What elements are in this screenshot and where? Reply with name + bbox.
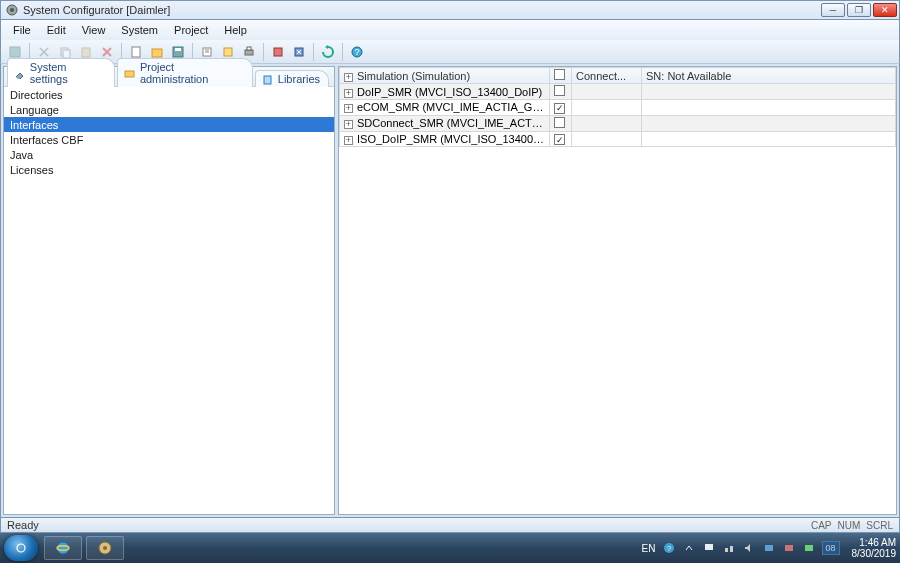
- run-button[interactable]: [268, 42, 288, 62]
- network-icon[interactable]: [722, 541, 736, 555]
- svg-rect-32: [765, 545, 773, 551]
- grid-cell-name: ISO_DoIP_SMR (MVCI_ISO_13400_DoIP_Collec…: [357, 133, 550, 145]
- titlebar: System Configurator [Daimler] ─ ❐ ✕: [0, 0, 900, 20]
- expand-icon[interactable]: +: [344, 89, 353, 98]
- grid-cell-name: SDConnect_SMR (MVCI_IME_ACTIA_GmbH_SDco.…: [357, 117, 550, 129]
- tray-icon[interactable]: [762, 541, 776, 555]
- sidebar-item-directories[interactable]: Directories: [4, 87, 334, 102]
- grid-cell-name: DoIP_SMR (MVCI_ISO_13400_DoIP): [357, 86, 542, 98]
- checkbox[interactable]: ✓: [554, 134, 565, 145]
- app-icon: [5, 3, 19, 17]
- svg-point-1: [10, 8, 14, 12]
- start-button[interactable]: [4, 535, 38, 561]
- expand-icon[interactable]: +: [344, 120, 353, 129]
- svg-rect-20: [125, 71, 134, 77]
- tab-system-settings[interactable]: System settings: [7, 58, 115, 87]
- chevron-up-icon[interactable]: [682, 541, 696, 555]
- svg-rect-14: [245, 50, 253, 55]
- interfaces-grid: +Simulation (Simulation) Connect... SN: …: [339, 67, 896, 147]
- clock-time: 1:46 AM: [852, 537, 897, 548]
- volume-icon[interactable]: [742, 541, 756, 555]
- close-button[interactable]: ✕: [873, 3, 897, 17]
- svg-text:?: ?: [666, 544, 671, 553]
- tab-project-administration[interactable]: Project administration: [117, 58, 253, 87]
- tab-label: Project administration: [140, 61, 244, 85]
- svg-rect-15: [247, 47, 251, 50]
- stop-button[interactable]: [289, 42, 309, 62]
- clock[interactable]: 1:46 AM 8/30/2019: [852, 537, 897, 559]
- svg-rect-29: [705, 544, 713, 550]
- menu-help[interactable]: Help: [216, 22, 255, 38]
- grid-cell-name: Simulation (Simulation): [357, 70, 470, 82]
- tray-icon[interactable]: [782, 541, 796, 555]
- indicator-scrl: SCRL: [866, 520, 893, 531]
- grid-row: +SDConnect_SMR (MVCI_IME_ACTIA_GmbH_SDco…: [340, 115, 896, 131]
- expand-icon[interactable]: +: [344, 73, 353, 82]
- tray-icon[interactable]: [802, 541, 816, 555]
- sidebar-item-interfaces-cbf[interactable]: Interfaces CBF: [4, 132, 334, 147]
- grid-header-connect: Connect...: [572, 68, 642, 84]
- sidebar-item-interfaces[interactable]: Interfaces: [4, 117, 334, 132]
- svg-rect-30: [725, 548, 728, 552]
- wrench-icon: [14, 67, 26, 79]
- menu-view[interactable]: View: [74, 22, 114, 38]
- svg-rect-6: [132, 47, 140, 57]
- taskbar: EN ? 08 1:46 AM 8/30/2019: [0, 533, 900, 563]
- grid-row: +eCOM_SMR (MVCI_IME_ACTIA_GmbH_eCOM) ✓: [340, 100, 896, 116]
- svg-rect-9: [175, 48, 181, 51]
- sidebar-item-java[interactable]: Java: [4, 147, 334, 162]
- expand-icon[interactable]: +: [344, 136, 353, 145]
- tab-label: System settings: [30, 61, 106, 85]
- taskbar-configurator[interactable]: [86, 536, 124, 560]
- taskbar-ie[interactable]: [44, 536, 82, 560]
- system-tray: EN ? 08 1:46 AM 8/30/2019: [642, 537, 896, 559]
- svg-rect-16: [274, 48, 282, 56]
- client-area: System settings Project administration L…: [0, 64, 900, 517]
- tray-day-icon[interactable]: 08: [822, 541, 840, 555]
- checkbox[interactable]: [554, 117, 565, 128]
- svg-rect-4: [63, 50, 70, 58]
- svg-rect-5: [82, 48, 90, 57]
- indicator-cap: CAP: [811, 520, 832, 531]
- left-panel: System settings Project administration L…: [3, 66, 335, 515]
- svg-rect-33: [785, 545, 793, 551]
- svg-rect-2: [10, 47, 20, 57]
- book-icon: [262, 73, 274, 85]
- svg-rect-31: [730, 546, 733, 552]
- clock-date: 8/30/2019: [852, 548, 897, 559]
- menu-system[interactable]: System: [113, 22, 166, 38]
- menubar: File Edit View System Project Help: [0, 20, 900, 40]
- sidebar-item-licenses[interactable]: Licenses: [4, 162, 334, 177]
- help-icon[interactable]: ?: [662, 541, 676, 555]
- menu-edit[interactable]: Edit: [39, 22, 74, 38]
- svg-rect-21: [264, 76, 271, 84]
- svg-rect-13: [224, 48, 232, 56]
- tab-libraries[interactable]: Libraries: [255, 70, 329, 87]
- tray-lang[interactable]: EN: [642, 543, 656, 554]
- checkbox[interactable]: [554, 85, 565, 96]
- sidebar-item-language[interactable]: Language: [4, 102, 334, 117]
- sidebar-list: Directories Language Interfaces Interfac…: [4, 87, 334, 514]
- grid-row: +DoIP_SMR (MVCI_ISO_13400_DoIP): [340, 84, 896, 100]
- window-title: System Configurator [Daimler]: [23, 4, 821, 16]
- grid-header-sn: SN: Not Available: [642, 68, 896, 84]
- menu-project[interactable]: Project: [166, 22, 216, 38]
- minimize-button[interactable]: ─: [821, 3, 845, 17]
- right-panel: +Simulation (Simulation) Connect... SN: …: [338, 66, 897, 515]
- refresh-button[interactable]: [318, 42, 338, 62]
- checkbox[interactable]: [554, 69, 565, 80]
- menu-file[interactable]: File: [5, 22, 39, 38]
- tab-label: Libraries: [278, 73, 320, 85]
- help-button[interactable]: ?: [347, 42, 367, 62]
- statusbar: Ready CAP NUM SCRL: [0, 517, 900, 533]
- svg-point-26: [103, 546, 107, 550]
- svg-point-22: [13, 540, 29, 556]
- expand-icon[interactable]: +: [344, 104, 353, 113]
- svg-point-23: [57, 542, 69, 554]
- checkbox[interactable]: ✓: [554, 103, 565, 114]
- grid-cell-name: eCOM_SMR (MVCI_IME_ACTIA_GmbH_eCOM): [357, 101, 550, 113]
- grid-row: +Simulation (Simulation) Connect... SN: …: [340, 68, 896, 84]
- flag-icon[interactable]: [702, 541, 716, 555]
- maximize-button[interactable]: ❐: [847, 3, 871, 17]
- panel-tabs: System settings Project administration L…: [4, 67, 334, 87]
